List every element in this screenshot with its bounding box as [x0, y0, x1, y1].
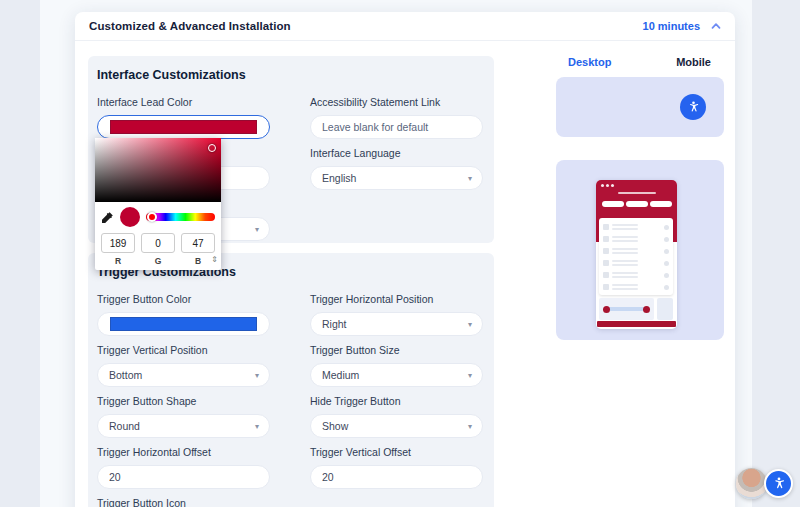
trigger-button-shape-field: Trigger Button Shape Round ▾ — [97, 395, 270, 438]
widget-title-line — [618, 192, 656, 194]
interface-lead-color-label: Interface Lead Color — [97, 96, 270, 109]
interface-section-title: Interface Customizations — [97, 68, 483, 82]
trigger-button-color-field: Trigger Button Color — [97, 293, 270, 336]
current-color-swatch — [120, 207, 140, 227]
trigger-horizontal-position-field: Trigger Horizontal Position Right ▾ — [310, 293, 483, 336]
chevron-down-icon: ▾ — [255, 371, 259, 381]
widget-option-list — [599, 218, 673, 295]
widget-header-buttons — [596, 201, 677, 207]
hide-trigger-button-select[interactable]: Show ▾ — [310, 414, 483, 438]
panel-header: Customized & Advanced Installation 10 mi… — [75, 12, 735, 41]
preview-tabs: Desktop Mobile — [556, 56, 724, 68]
duration-label: 10 minutes — [643, 20, 700, 32]
hide-trigger-button-field: Hide Trigger Button Show ▾ — [310, 395, 483, 438]
widget-footer-bar — [597, 321, 676, 327]
trigger-button-icon-field: Trigger Button Icon — [97, 497, 270, 507]
chevron-up-icon — [711, 22, 721, 30]
accessibility-statement-field: Accessibility Statement Link — [310, 96, 483, 139]
user-avatar[interactable] — [736, 468, 767, 499]
chevron-down-icon: ▾ — [468, 320, 472, 330]
list-item — [603, 257, 669, 269]
trigger-horizontal-offset-field: Trigger Horizontal Offset — [97, 446, 270, 489]
floating-buttons — [736, 468, 793, 499]
saturation-cursor[interactable] — [208, 144, 216, 152]
list-item — [603, 221, 669, 233]
trigger-button-size-select[interactable]: Medium ▾ — [310, 363, 483, 387]
tab-mobile[interactable]: Mobile — [676, 56, 711, 68]
widget-slider-row — [599, 298, 673, 320]
trigger-vertical-offset-field: Trigger Vertical Offset — [310, 446, 483, 489]
accessibility-statement-input[interactable] — [322, 121, 471, 133]
chevron-down-icon: ▾ — [255, 422, 259, 432]
trigger-button-shape-select[interactable]: Round ▾ — [97, 414, 270, 438]
preview-panel: Desktop Mobile — [556, 56, 724, 340]
accessibility-statement-input-wrap — [310, 115, 483, 139]
installation-panel: Customized & Advanced Installation 10 mi… — [75, 12, 735, 507]
widget-window-dots — [596, 184, 677, 187]
hue-slider-thumb[interactable] — [147, 212, 157, 222]
widget-slider-value-box — [657, 298, 673, 320]
trigger-button-size-field: Trigger Button Size Medium ▾ — [310, 344, 483, 387]
list-item — [603, 245, 669, 257]
interface-language-select[interactable]: English ▾ — [310, 166, 483, 190]
trigger-color-swatch — [110, 317, 257, 331]
list-item — [603, 233, 669, 245]
color-format-toggle-icon[interactable]: ⇕ — [211, 255, 218, 264]
chevron-down-icon: ▾ — [255, 225, 259, 235]
interface-language-value: English — [322, 172, 356, 184]
accessibility-person-icon — [686, 100, 701, 115]
rgb-b-label: B — [181, 256, 215, 266]
trigger-horizontal-offset-input[interactable] — [109, 471, 258, 483]
rgb-g-label: G — [141, 256, 175, 266]
trigger-customizations-section: Trigger Customizations Trigger Button Co… — [88, 253, 494, 507]
eyedropper-icon[interactable] — [101, 211, 114, 224]
interface-language-label: Interface Language — [310, 147, 483, 160]
trigger-button-color-input[interactable] — [97, 312, 270, 336]
chevron-down-icon: ▾ — [468, 371, 472, 381]
list-item — [603, 269, 669, 281]
interface-language-field: Interface Language English ▾ — [310, 147, 483, 190]
lead-color-swatch — [110, 120, 257, 134]
accessibility-widget-button[interactable] — [764, 469, 793, 498]
list-item — [603, 281, 669, 293]
widget-slider — [599, 298, 654, 320]
panel-title: Customized & Advanced Installation — [89, 20, 291, 32]
color-picker-popup: R G B ⇕ — [95, 138, 221, 270]
interface-lead-color-input[interactable] — [97, 115, 270, 139]
accessibility-statement-label: Accessibility Statement Link — [310, 96, 483, 109]
trigger-horizontal-position-select[interactable]: Right ▾ — [310, 312, 483, 336]
mobile-preview-card — [556, 160, 724, 340]
desktop-preview-card — [556, 77, 724, 137]
chevron-down-icon: ▾ — [468, 174, 472, 184]
duration-collapse-toggle[interactable]: 10 minutes — [643, 20, 721, 32]
trigger-vertical-offset-input[interactable] — [322, 471, 471, 483]
page-background: Customized & Advanced Installation 10 mi… — [0, 0, 800, 507]
rgb-g-input[interactable] — [141, 233, 175, 253]
rgb-r-input[interactable] — [101, 233, 135, 253]
hue-slider[interactable] — [146, 213, 215, 221]
interface-customizations-section: Interface Customizations Interface Lead … — [88, 56, 494, 243]
preview-accessibility-button — [680, 94, 706, 120]
chevron-down-icon: ▾ — [468, 422, 472, 432]
tab-desktop[interactable]: Desktop — [568, 56, 611, 68]
trigger-vertical-position-field: Trigger Vertical Position Bottom ▾ — [97, 344, 270, 387]
rgb-b-input[interactable] — [181, 233, 215, 253]
widget-mockup — [596, 180, 677, 329]
saturation-area[interactable] — [95, 138, 221, 202]
rgb-r-label: R — [101, 256, 135, 266]
accessibility-person-icon — [771, 476, 787, 492]
trigger-vertical-position-select[interactable]: Bottom ▾ — [97, 363, 270, 387]
interface-lead-color-field: Interface Lead Color — [97, 96, 270, 139]
